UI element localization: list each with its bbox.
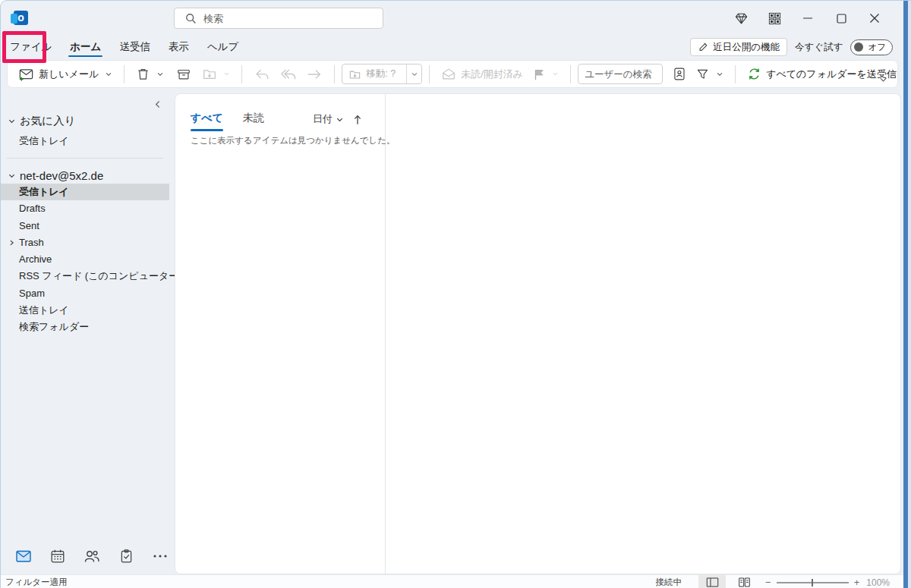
reading-view-button[interactable] (730, 575, 758, 588)
chevron-down-icon[interactable] (105, 71, 112, 78)
zoom-slider[interactable] (777, 582, 849, 583)
layout-view-button[interactable] (698, 575, 726, 588)
coming-soon-label: 近日公開の機能 (713, 41, 780, 54)
chevron-down-icon (223, 71, 230, 77)
folder-item-search-folders[interactable]: 検索フォルダー (1, 319, 169, 335)
try-now-link[interactable]: 今すぐ試す (795, 41, 843, 54)
reply-icon (254, 67, 270, 82)
flag-icon (532, 68, 546, 81)
pencil-icon (698, 42, 708, 52)
ribbon-collapse-chevron[interactable] (877, 74, 890, 86)
search-input[interactable] (203, 13, 355, 24)
statusbar: フィルター適用 接続中 − + (1, 574, 903, 588)
menubar: ファイル ホーム 送受信 表示 ヘルプ 近日公開の機能 今すぐ試す オフ (1, 36, 903, 58)
search-icon (185, 13, 197, 24)
zoom-slider-thumb[interactable] (812, 579, 814, 586)
titlebar: o (1, 1, 903, 36)
divider (570, 65, 571, 83)
main-panel: すべて 未読 日付 ここに表示するアイテムは見 (175, 93, 901, 574)
forward-button (301, 63, 327, 86)
nav-mail-button[interactable] (14, 546, 33, 566)
coming-soon-toggle[interactable]: オフ (850, 39, 893, 55)
zoom-level-label[interactable]: 100% (866, 577, 890, 588)
folder-item-rss[interactable]: RSS フィード (このコンピューターのみ) (1, 268, 169, 285)
zoom-out-button[interactable]: − (765, 577, 771, 587)
menu-file[interactable]: ファイル (10, 36, 52, 58)
divider (334, 65, 335, 83)
close-button[interactable] (858, 1, 891, 36)
chevron-down-icon[interactable] (156, 71, 164, 78)
nav-people-button[interactable] (83, 546, 101, 566)
flag-button (528, 63, 563, 86)
favorites-header[interactable]: お気に入り (1, 112, 76, 130)
chevron-down-icon[interactable] (406, 64, 421, 83)
menu-home[interactable]: ホーム (70, 36, 101, 58)
account-header[interactable]: net-dev@5x2.de (1, 166, 103, 184)
sidebar-collapse-chevron[interactable] (153, 99, 162, 109)
archive-button[interactable] (172, 63, 196, 86)
reading-pane (386, 94, 900, 574)
folder-move-icon (348, 68, 361, 80)
open-envelope-icon (441, 67, 456, 81)
folder-list: 受信トレイ Drafts Sent Trash Archive RSS フィード… (1, 184, 169, 336)
chevron-down-icon (8, 171, 16, 180)
divider (7, 158, 163, 159)
folder-item-trash[interactable]: Trash (1, 234, 169, 251)
unread-read-label: 未読/開封済み (461, 68, 523, 81)
reply-all-icon (279, 67, 297, 82)
sort-field-dropdown[interactable]: 日付 (313, 112, 344, 126)
address-book-button[interactable] (667, 63, 691, 86)
move-combobox[interactable]: 移動: ? (342, 64, 422, 84)
sort-direction-button[interactable] (353, 114, 362, 125)
favorites-header-label: お気に入り (20, 114, 76, 128)
account-header-label: net-dev@5x2.de (20, 169, 103, 182)
new-mail-icon (18, 67, 34, 82)
calendar-icon (49, 548, 66, 564)
mail-icon (14, 548, 33, 564)
nav-calendar-button[interactable] (49, 546, 67, 566)
filter-button[interactable] (691, 63, 728, 86)
connection-status: 接続中 (656, 577, 682, 588)
favorite-item-inbox[interactable]: 受信トレイ (1, 133, 169, 149)
archive-icon (176, 67, 191, 81)
global-search[interactable] (174, 8, 383, 29)
qr-code-icon[interactable] (758, 1, 791, 36)
tab-unread[interactable]: 未読 (243, 112, 264, 127)
unread-read-button: 未読/開封済み (437, 63, 528, 86)
coming-soon-button[interactable]: 近日公開の機能 (690, 38, 787, 56)
tab-all[interactable]: すべて (191, 112, 223, 127)
folder-item-inbox[interactable]: 受信トレイ (1, 184, 169, 200)
divider (241, 65, 242, 83)
message-list-pane: すべて 未読 日付 ここに表示するアイテムは見 (175, 94, 386, 574)
chevron-down-icon (552, 71, 559, 77)
menu-send-receive[interactable]: 送受信 (119, 36, 150, 58)
folder-item-sent[interactable]: Sent (1, 218, 169, 234)
toggle-knob (854, 42, 863, 52)
diamond-icon[interactable] (724, 1, 758, 36)
delete-button[interactable] (131, 63, 169, 86)
ribbon: 新しいメール (7, 60, 898, 88)
outlook-logo-icon: o (11, 9, 28, 27)
outlook-window: o (0, 0, 911, 588)
folder-item-trash-label: Trash (19, 237, 44, 248)
minimize-button[interactable] (791, 1, 824, 36)
folder-item-outbox[interactable]: 送信トレイ (1, 302, 169, 319)
undo-button (249, 63, 275, 86)
chevron-down-icon[interactable] (716, 71, 723, 78)
user-search-input[interactable] (578, 64, 663, 84)
module-nav-rail (1, 541, 169, 571)
chevron-right-icon[interactable] (8, 234, 15, 251)
nav-more-button[interactable] (151, 546, 169, 566)
zoom-in-button[interactable]: + (854, 577, 860, 587)
new-mail-button[interactable]: 新しいメール (14, 63, 117, 86)
chevron-down-icon (8, 117, 16, 125)
nav-tasks-button[interactable] (117, 546, 135, 566)
new-mail-label: 新しいメール (39, 68, 99, 81)
folder-sidebar: お気に入り 受信トレイ net-dev@5x2.de 受信トレイ Drafts … (1, 93, 169, 574)
folder-item-archive[interactable]: Archive (1, 251, 169, 268)
maximize-button[interactable] (824, 1, 858, 36)
menu-view[interactable]: 表示 (169, 36, 189, 58)
menu-help[interactable]: ヘルプ (207, 36, 238, 58)
folder-item-spam[interactable]: Spam (1, 285, 169, 302)
folder-item-drafts[interactable]: Drafts (1, 200, 169, 217)
